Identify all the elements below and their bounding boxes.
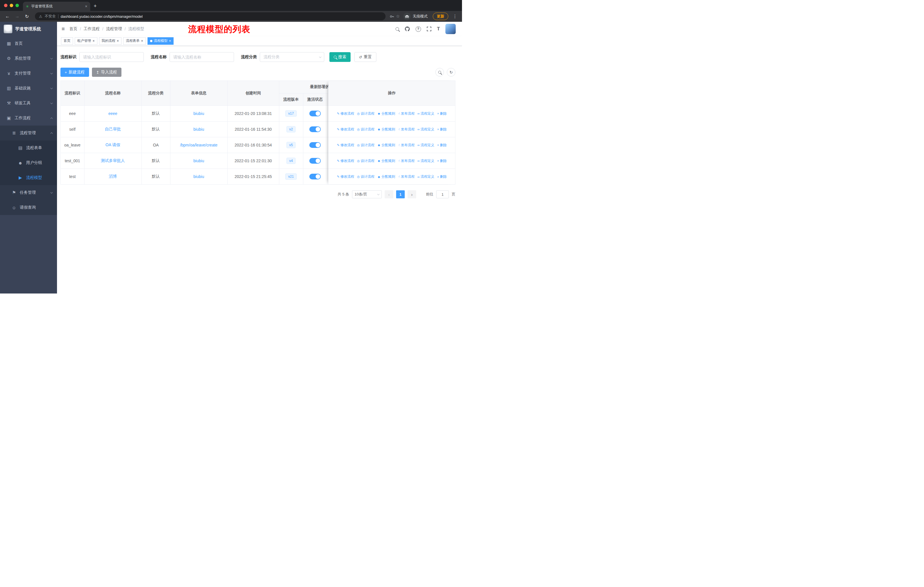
search-button[interactable]: 搜索 xyxy=(329,52,351,62)
publish-process-link[interactable]: ☝发布流程 xyxy=(398,143,415,147)
sidebar-item-workflow[interactable]: ▣工作流程 xyxy=(0,111,57,126)
breadcrumb-item[interactable]: 流程管理 xyxy=(106,26,122,31)
form-link[interactable]: biubiu xyxy=(193,111,204,116)
process-definition-link[interactable]: ∞流程定义 xyxy=(417,127,434,132)
page-size-select[interactable]: 10条/页 xyxy=(352,190,382,198)
back-icon[interactable]: ← xyxy=(3,12,12,20)
sidebar-item-process-model[interactable]: ▶流程模型 xyxy=(0,170,57,185)
delete-link[interactable]: ×删除 xyxy=(437,143,447,147)
modify-process-link[interactable]: ✎修改流程 xyxy=(337,111,354,116)
publish-process-link[interactable]: ☝发布流程 xyxy=(398,174,415,179)
form-link[interactable]: /bpm/oa/leave/create xyxy=(180,143,218,147)
goto-page-input[interactable] xyxy=(436,190,449,198)
delete-link[interactable]: ×删除 xyxy=(437,174,447,179)
form-link[interactable]: biubiu xyxy=(193,174,204,179)
design-process-link[interactable]: ◎设计流程 xyxy=(357,143,375,147)
delete-link[interactable]: ×删除 xyxy=(437,159,447,164)
active-toggle[interactable] xyxy=(309,174,321,179)
more-menu-icon[interactable]: ⋮ xyxy=(452,14,459,19)
assign-rule-link[interactable]: ☻分配规则 xyxy=(377,111,395,116)
reload-icon[interactable]: ↻ xyxy=(23,12,31,20)
browser-tab[interactable]: ✳ 芋道管理系统 × xyxy=(23,2,90,11)
active-toggle[interactable] xyxy=(309,142,321,148)
close-window-button[interactable] xyxy=(4,4,7,7)
close-icon[interactable]: × xyxy=(141,39,143,43)
design-process-link[interactable]: ◎设计流程 xyxy=(357,174,375,179)
update-button[interactable]: 更新 xyxy=(433,13,448,20)
publish-process-link[interactable]: ☝发布流程 xyxy=(398,159,415,164)
sidebar-item-process-manage[interactable]: ≣流程管理 xyxy=(0,126,57,141)
sidebar-item-user-group[interactable]: ☻用户分组 xyxy=(0,155,57,170)
close-icon[interactable]: × xyxy=(169,39,171,43)
search-icon[interactable] xyxy=(396,27,399,31)
delete-link[interactable]: ×删除 xyxy=(437,127,447,132)
sidebar-item-payment[interactable]: ¥支付管理 xyxy=(0,66,57,81)
github-icon[interactable] xyxy=(404,26,410,32)
publish-process-link[interactable]: ☝发布流程 xyxy=(398,127,415,132)
forward-icon[interactable]: → xyxy=(13,12,21,20)
process-definition-link[interactable]: ∞流程定义 xyxy=(417,159,434,164)
refresh-button[interactable]: ↻ xyxy=(447,68,455,76)
category-select[interactable]: 流程分类 xyxy=(260,52,324,62)
process-name-link[interactable]: 测试多审批人 xyxy=(101,158,125,163)
close-icon[interactable]: × xyxy=(92,39,95,43)
process-name-link[interactable]: eeee xyxy=(108,111,117,116)
form-link[interactable]: biubiu xyxy=(193,159,204,163)
design-process-link[interactable]: ◎设计流程 xyxy=(357,111,375,116)
sidebar-item-leave-query[interactable]: ☺请假查询 xyxy=(0,200,57,215)
process-definition-link[interactable]: ∞流程定义 xyxy=(417,111,434,116)
assign-rule-link[interactable]: ☻分配规则 xyxy=(377,143,395,147)
prev-page-button[interactable]: ‹ xyxy=(384,190,393,198)
logo[interactable]: 芋道管理系统 xyxy=(0,22,57,36)
sidebar-item-infra[interactable]: ▥基础设施 xyxy=(0,81,57,96)
active-toggle[interactable] xyxy=(309,126,321,132)
tab-tenant[interactable]: 租户管理× xyxy=(75,37,97,45)
font-size-icon[interactable]: T xyxy=(437,26,440,32)
tab-process-form[interactable]: 流程表单× xyxy=(123,37,146,45)
next-page-button[interactable]: › xyxy=(408,190,416,198)
tab-home[interactable]: 首页 xyxy=(61,37,73,45)
assign-rule-link[interactable]: ☻分配规则 xyxy=(377,127,395,132)
process-name-link[interactable]: 自己审批 xyxy=(105,127,121,131)
breadcrumb-item[interactable]: 首页 xyxy=(69,26,78,31)
zoom-window-button[interactable] xyxy=(15,4,19,7)
modify-process-link[interactable]: ✎修改流程 xyxy=(337,127,354,132)
close-icon[interactable]: × xyxy=(117,39,119,43)
design-process-link[interactable]: ◎设计流程 xyxy=(357,127,375,132)
reset-button[interactable]: ↺ 重置 xyxy=(354,52,376,62)
form-link[interactable]: biubiu xyxy=(193,127,204,132)
tab-process-model[interactable]: 流程模型× xyxy=(147,37,174,45)
current-page-button[interactable]: 1 xyxy=(396,190,405,198)
new-tab-button[interactable]: + xyxy=(94,3,97,9)
active-toggle[interactable] xyxy=(309,111,321,116)
tab-my-process[interactable]: 我的流程× xyxy=(99,37,122,45)
sidebar-item-home[interactable]: ▦首页 xyxy=(0,36,57,51)
sidebar-item-system[interactable]: ⚙系统管理 xyxy=(0,51,57,66)
process-name-link[interactable]: 滔博 xyxy=(109,174,117,179)
assign-rule-link[interactable]: ☻分配规则 xyxy=(377,159,395,164)
process-key-input[interactable] xyxy=(79,52,144,62)
process-definition-link[interactable]: ∞流程定义 xyxy=(417,143,434,147)
user-avatar[interactable] xyxy=(446,24,456,34)
modify-process-link[interactable]: ✎修改流程 xyxy=(337,159,354,164)
hamburger-icon[interactable]: ≡ xyxy=(61,26,65,32)
key-icon[interactable] xyxy=(389,14,394,19)
create-process-button[interactable]: + 新建流程 xyxy=(60,68,89,77)
modify-process-link[interactable]: ✎修改流程 xyxy=(337,143,354,147)
delete-link[interactable]: ×删除 xyxy=(437,111,447,116)
url-bar[interactable]: ⚠ 不安全 dashboard.yudao.iocoder.cn/bpm/man… xyxy=(35,12,386,20)
sidebar-item-process-form[interactable]: ▤流程表单 xyxy=(0,141,57,155)
process-definition-link[interactable]: ∞流程定义 xyxy=(417,174,434,179)
process-name-link[interactable]: OA 请假 xyxy=(106,142,120,147)
fullscreen-icon[interactable] xyxy=(426,26,432,31)
toggle-search-button[interactable] xyxy=(436,68,444,76)
minimize-window-button[interactable] xyxy=(10,4,13,7)
design-process-link[interactable]: ◎设计流程 xyxy=(357,159,375,164)
close-tab-icon[interactable]: × xyxy=(85,4,87,8)
help-icon[interactable]: ? xyxy=(416,26,421,32)
process-name-input[interactable] xyxy=(170,52,234,62)
sidebar-item-task-manage[interactable]: ⚑任务管理 xyxy=(0,185,57,200)
bookmark-star-icon[interactable]: ☆ xyxy=(396,14,400,19)
publish-process-link[interactable]: ☝发布流程 xyxy=(398,111,415,116)
sidebar-item-devtools[interactable]: ⚒研发工具 xyxy=(0,96,57,111)
